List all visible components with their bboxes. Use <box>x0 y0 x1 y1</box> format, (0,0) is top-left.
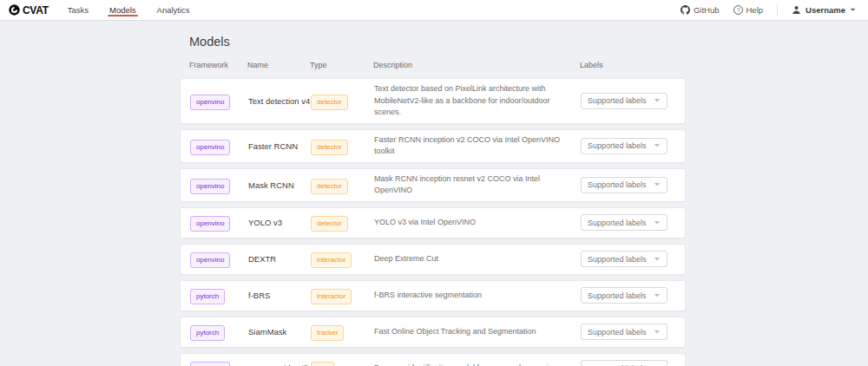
type-cell: detector <box>311 92 374 110</box>
model-name: SiamMask <box>248 327 311 337</box>
supported-labels-placeholder: Supported labels <box>588 291 647 300</box>
type-cell: interactor <box>311 286 374 304</box>
framework-cell: openvino <box>190 359 248 366</box>
framework-tag: pytorch <box>190 325 225 341</box>
nav-tab-models[interactable]: Models <box>109 0 136 20</box>
type-tag: interactor <box>311 252 352 268</box>
supported-labels-placeholder: Supported labels <box>588 180 647 189</box>
github-icon <box>681 5 690 15</box>
framework-cell: pytorch <box>190 323 248 341</box>
framework-cell: pytorch <box>190 286 248 304</box>
main-nav: TasksModelsAnalytics <box>68 0 190 20</box>
type-tag: detector <box>311 216 348 232</box>
model-description: Deep Extreme Cut <box>374 253 581 265</box>
github-link[interactable]: GitHub <box>681 5 720 15</box>
top-navbar: CVAT TasksModelsAnalytics GitHub ? Help … <box>0 0 868 21</box>
framework-tag: openvino <box>190 252 230 268</box>
model-name: f-BRS <box>248 291 311 300</box>
framework-tag: openvino <box>190 362 230 366</box>
supported-labels-select[interactable]: Supported labels <box>581 287 667 304</box>
select-chevron-down-icon <box>654 220 661 225</box>
model-name: YOLO v3 <box>248 218 311 227</box>
labels-cell: Supported labels <box>581 324 685 340</box>
labels-cell: Supported labels <box>581 177 685 193</box>
type-cell: detector <box>311 176 374 194</box>
column-header-type: Type <box>310 61 373 69</box>
username-label: Username <box>806 5 845 15</box>
framework-cell: openvino <box>190 250 248 268</box>
model-name: DEXTR <box>248 254 311 264</box>
type-cell: detector <box>311 137 374 155</box>
user-menu[interactable]: Username <box>792 5 859 15</box>
supported-labels-placeholder: Supported labels <box>588 141 647 150</box>
select-chevron-down-icon <box>654 182 661 187</box>
github-label: GitHub <box>694 5 720 15</box>
type-tag: tracker <box>311 325 344 341</box>
supported-labels-select[interactable]: Supported labels <box>581 324 667 340</box>
select-chevron-down-icon <box>654 293 661 298</box>
model-row: openvino Text detection v4 detector Text… <box>180 78 686 124</box>
supported-labels-select[interactable]: Supported labels <box>581 251 667 267</box>
framework-tag: openvino <box>190 95 230 110</box>
nav-right: GitHub ? Help Username <box>681 4 859 16</box>
labels-cell: Supported labels <box>581 93 685 109</box>
select-chevron-down-icon <box>654 98 661 103</box>
model-description: Mask RCNN inception resnet v2 COCO via I… <box>374 173 581 197</box>
supported-labels-select[interactable]: Supported labels <box>581 177 667 193</box>
framework-tag: pytorch <box>190 289 225 304</box>
main-content: Models Framework Name Type Description L… <box>0 21 868 366</box>
type-cell: detector <box>311 213 374 232</box>
nav-tab-analytics[interactable]: Analytics <box>157 0 190 20</box>
select-chevron-down-icon <box>654 257 661 262</box>
svg-text:?: ? <box>736 7 740 13</box>
labels-cell: Supported labels <box>581 214 685 231</box>
model-description: Faster RCNN inception v2 COCO via Intel … <box>374 134 581 158</box>
model-row: pytorch SiamMask tracker Fast Online Obj… <box>180 317 686 348</box>
model-name: Text detection v4 <box>248 96 311 106</box>
supported-labels-select[interactable]: Supported labels <box>581 360 667 366</box>
column-header-framework: Framework <box>189 61 247 69</box>
labels-cell: Supported labels <box>581 360 685 366</box>
help-link[interactable]: ? Help <box>733 5 764 15</box>
type-cell: tracker <box>311 323 374 341</box>
supported-labels-select[interactable]: Supported labels <box>581 214 667 231</box>
model-row: openvino Faster RCNN detector Faster RCN… <box>180 129 686 163</box>
help-icon: ? <box>733 5 743 15</box>
cvat-logo[interactable]: CVAT <box>9 4 49 16</box>
chevron-down-icon <box>850 8 856 12</box>
models-list: openvino Text detection v4 detector Text… <box>180 78 686 366</box>
supported-labels-placeholder: Supported labels <box>588 328 647 337</box>
help-label: Help <box>746 5 764 15</box>
type-tag: detector <box>311 140 348 155</box>
type-tag: detector <box>311 179 348 194</box>
table-header: Framework Name Type Description Labels <box>180 61 686 78</box>
select-chevron-down-icon <box>654 143 661 148</box>
framework-cell: openvino <box>190 92 248 110</box>
page-title: Models <box>180 35 686 49</box>
model-name: Faster RCNN <box>248 141 311 151</box>
cvat-logo-icon <box>9 4 20 16</box>
nav-tab-tasks[interactable]: Tasks <box>68 0 89 20</box>
framework-cell: openvino <box>190 176 248 194</box>
model-row: pytorch f-BRS interactor f-BRS interacti… <box>180 280 686 311</box>
type-tag: reid <box>311 362 334 366</box>
model-name: Mask RCNN <box>248 180 311 190</box>
supported-labels-placeholder: Supported labels <box>588 96 647 105</box>
supported-labels-select[interactable]: Supported labels <box>581 93 667 109</box>
supported-labels-select[interactable]: Supported labels <box>581 138 667 154</box>
supported-labels-placeholder: Supported labels <box>588 219 647 227</box>
nav-divider <box>777 4 778 16</box>
model-row: openvino Person reidentificati... reid P… <box>180 353 686 366</box>
column-header-labels: Labels <box>580 61 686 69</box>
type-cell: interactor <box>311 250 374 268</box>
supported-labels-placeholder: Supported labels <box>588 255 647 264</box>
type-tag: interactor <box>311 289 352 304</box>
framework-tag: openvino <box>190 140 230 155</box>
framework-tag: openvino <box>190 216 230 232</box>
column-header-description: Description <box>373 61 580 69</box>
framework-cell: openvino <box>190 213 248 232</box>
framework-tag: openvino <box>190 179 230 194</box>
cvat-logo-text: CVAT <box>23 4 49 16</box>
select-chevron-down-icon <box>654 330 661 335</box>
labels-cell: Supported labels <box>581 251 685 267</box>
